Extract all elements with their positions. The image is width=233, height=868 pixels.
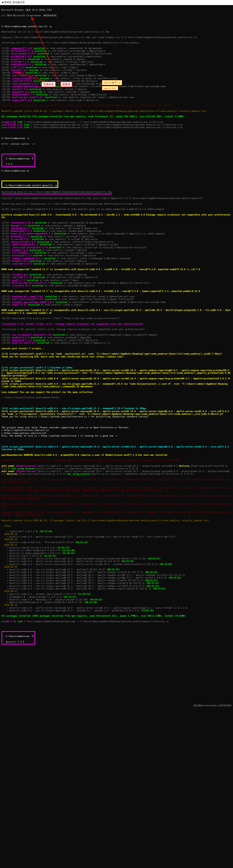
tree-line: → @vue/cli-ui@4.4.4 › apollo-server-expr… (1, 560, 232, 563)
install-step: [11/20] user-home@^2.0.0 installed at no… (1, 74, 232, 77)
install-step: [7/20] handlebars@^4.0.5 installed at no… (1, 63, 232, 66)
install-step: [25/32] download-git-repo@^3.0.2 install… (1, 295, 232, 298)
tree-line: → @vue/cli-ui@4.4.4(0.9.0) › flow-parser… (1, 541, 232, 544)
link-line: [vue@2.9.6] link C:\Users\admin\AppData\… (1, 121, 232, 124)
warn-line: WARN node unsupported "node@v8.11.1" is … (1, 309, 232, 314)
prompt-line: C:\Users\admin>cnpm install @vue/cli -g (6, 184, 57, 187)
prompt-line: C:\Users\admin>vue -v (1, 137, 232, 140)
tree-line: → @vue/cli-ui@4.4.4 › vue-cli-plugin-apo… (1, 571, 232, 574)
deprecate-line: deprecate @vue/cli-ui@4.4.4 › vue-cli-pl… (1, 495, 232, 500)
install-step: [3/20] consolidate@^0.14.0 installed at … (1, 53, 232, 55)
log-line: > https://www.patreon.com/zloirock (1, 432, 232, 435)
install-step: [16/32] boxen@^4.1.0 installed at node_m… (1, 260, 232, 262)
install-step: [1/20] commander@^2.9.0 installed at nod… (1, 47, 232, 50)
script-line: Thank you for using core-js ( https://gi… (1, 415, 232, 418)
deprecate-line: deprecate @vue/cli-ui@4.4.4 › vue-cli-pl… (1, 478, 232, 484)
tree-line: → @vue/cli-ui-addon-webpack@^4.4.4(4.4.4… (1, 552, 232, 555)
script-line: [4/4] scripts.postinstall @vue/cli-ui@4.… (1, 410, 232, 416)
log-line: [fsevents@1.2.13] optional install error… (1, 328, 232, 331)
tree-line: → @apollo/protobufjs@1.0.4 › @types/node… (1, 601, 232, 604)
install-step: [7/32] envinfo@^7.5.1 installed at node_… (1, 236, 232, 238)
script-line: [1/4] scripts.postinstall ejs@^2.7.1 fin… (1, 366, 232, 369)
annotation-label: 该版本 (60, 82, 72, 87)
tree-line: → @vue/cli-ui@4.4.4 › apollo-server-expr… (1, 535, 232, 538)
prompt-line: C:\Users\admin>vue -V (6, 157, 33, 160)
label-text: vue-cli 低于3.0 (102, 80, 122, 85)
install-step: [29/32] vue-jscodeshift-adapter@^2.1.0 i… (1, 334, 232, 336)
nodemon-msg: Love nodemon? You can now support the pr… (1, 391, 232, 394)
install-step: [17/20] semver@^5.1.0 installed at node_… (1, 91, 232, 93)
install-step: [12/32] javascript-stringify@^1.6.0 inst… (1, 246, 232, 249)
log-line: Copying C:\Users\admin\AppData\Roaming\n… (1, 36, 232, 39)
label-badge: vue-cli 3.0+ (102, 86, 118, 90)
warn-line: WARN node unsupported "node@v8.11.1" is … (1, 268, 232, 271)
log-line: > https://opencollective.com/core-js (1, 429, 232, 432)
install-step: [10/32] import-global@^0.1.0 installed a… (1, 243, 232, 246)
tree-line: → globby@9.2.0 › @types/glob@^7.1.1(7.1.… (1, 596, 232, 598)
log-line: [32/32] downloaded from binary mirror: {… (1, 317, 232, 320)
version-output: 2.9.6 (6, 163, 12, 165)
install-step: [22/32] @vue/cli-shared-utils@^4.4.4 ins… (1, 282, 232, 284)
log-line: Installing @vue/cli's dependencies to C:… (1, 203, 232, 205)
install-step: [9/32] isbinaryfile@^4.0.6 installed at … (1, 241, 232, 243)
install-step: [26/32] validate-npm-package-name@^3.0.0… (1, 301, 232, 304)
tree-line: 2020-06-19 (1, 538, 232, 541)
peer-warn: peerDependencies WARNING @vue/cli-ui@4.4… (1, 454, 232, 457)
link-line: [vue-list@2.9.6] link C:\Users\admin\App… (1, 126, 232, 129)
install-step: [31/32] inquirer@^7.1.0 installed at nod… (1, 339, 232, 342)
install-step: [6/32] @vue/cli-ui-addon-webpack@^4.4.4 … (1, 232, 232, 235)
install-step: [13/32] lru-cache@^5.1.1 installed at no… (1, 252, 232, 254)
log-line: Thank you for installing EJS: built with… (1, 355, 232, 358)
install-step: [19/32] slash@^3.0.0 installed at node_m… (1, 274, 232, 276)
tree-line: 2020-06-17 (1, 544, 232, 547)
tree-line: 2020-06-14 (1, 604, 232, 607)
tree-line: → @vue/cli-ui@4.4.4 › vue-cli-plugin-apo… (1, 585, 232, 587)
tree-line: 2020-06-20 (1, 533, 232, 535)
install-step: [30/32] globby@^9.2.0 installed at node_… (1, 336, 232, 339)
install-step: [2/32] commander@^2.20.0 installed at no… (1, 222, 232, 224)
install-step: [10/20] uid@0.0.2 installed at node_modu… (1, 71, 232, 74)
script-line: [3/4] scripts.postinstall @vue/cli-ui@4.… (1, 383, 232, 388)
tree-line: → @vue/cli-ui@4.4.4 › vue-cli-plugin-apo… (1, 574, 232, 577)
install-step: [8/32] fs-extra@^7.0.1 installed at node… (1, 238, 232, 241)
window-title-bar: ■ 管理员: 命令提示符 (0, 0, 233, 5)
install-step: [2/20] multimatch@^2.1.0 installed at no… (1, 50, 232, 53)
unmet-line: anti unmet [@types/express] @vue/cli-ui@… (1, 465, 232, 470)
install-step: [14/32] minimist@^1.2.5 existed at node_… (1, 254, 232, 257)
tree-line: → @vue/cli-ui@4.4.4 › vue-cli-plugin-apo… (1, 587, 232, 590)
tree-line: → @vue/cli-ui@^4.4.4(4.4.4) (21:01:41) (1, 555, 232, 557)
install-step: [21/32] ejs@^2.7.1 installed at node_mod… (1, 279, 232, 282)
install-step: [17/32] resolve@^1.17.0 installed at nod… (1, 262, 232, 265)
log-line: [1/32] @vue/cli-ui-addon-widgets@^4.4.4 … (1, 208, 232, 211)
label-badge: vue-cli 低于3.0 (102, 80, 122, 85)
prompt-line: C:\Users\admin>vue ui (1, 169, 232, 172)
window-title: ■ 管理员: 命令提示符 (2, 1, 25, 4)
tree-line: → @vue/cli-ui@4.4.4 › apollo-server-expr… (1, 557, 232, 560)
log-line: Copying C:\Users\admin\AppData\Roaming\n… (1, 197, 232, 200)
tree-line: → @vue/cli-ui@4.4.4 › apollo-server-expr… (1, 563, 232, 566)
nodemon-url: > https://opencollective.com/nodemon/don… (1, 396, 232, 399)
install-step: [18/20] metalsmith@^2.1.0 installed at n… (1, 93, 232, 96)
log-line: Also, the author of core-js ( https://gi… (1, 435, 232, 437)
install-step: [15/32] lodash.clonedeep@^4.5.0 installe… (1, 257, 232, 260)
script-line: [4/4] scripts.postinstall @vue/cli-ui@4.… (1, 445, 232, 451)
tree-line: → @vue/cli-ui@4.4.4 › vue-cli-plugin-apo… (1, 579, 232, 582)
install-step: [19/20] download-git-repo@^1.0.1 install… (1, 96, 232, 99)
platform-warn: platform unsupported @vue/cli-ui@4.4.4 ›… (1, 214, 232, 219)
tree-line: 2020-06-16 (1, 566, 232, 568)
deprecate-line: deprecate @vue/cli-ui@4.4.4 › vue-cli-pl… (1, 511, 232, 517)
tree-line: → @vue/cli-ui@4.4.4 › vue-cli-plugin-apo… (1, 568, 232, 571)
label-text: vue-cli 3.0+ (102, 86, 118, 90)
install-step: [5/20] async@^2.4.0 installed at node_mo… (1, 58, 232, 61)
today-label: Today: (1, 525, 232, 527)
install-step: [8/20] ora@^1.3.0 installed at node_modu… (1, 66, 232, 69)
highlighted-cmd-box: C:\Users\admin>vue -V @vue/cli 4.4.4 (1, 631, 35, 645)
install-step: [4/20] minimatch@^3.0.0 installed at nod… (1, 55, 232, 58)
log-line: The project needs your help! Please cons… (1, 426, 232, 429)
tree-line: → @vue/cli-ui@4.4.4 › vue-cli-plugin-apo… (1, 609, 232, 612)
terminal-output[interactable]: Microsoft Windows [版本 10.0.18362.778] (c… (0, 5, 233, 708)
tree-line: → inquirer@*7.1.0(7.2.0) (02:57:05) (1, 530, 232, 533)
prompt-line: C:\Users\admin>vue -V (6, 635, 33, 638)
underlined-log: Downloading @vue/cli to C:\Users\admin\A… (1, 191, 112, 194)
script-line: [2/4] scripts.postinstall @vue/cli-ui@4.… (1, 369, 232, 377)
